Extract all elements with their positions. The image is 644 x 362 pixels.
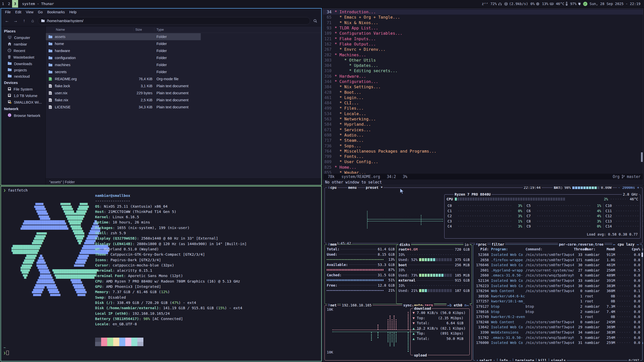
search-button[interactable] bbox=[312, 17, 319, 24]
process-row[interactable]: 38936kworker/u64:6-kc1root0B·········0.0 bbox=[475, 294, 641, 299]
emacs-scrollbar[interactable] bbox=[641, 152, 643, 162]
sidebar-item-downloads[interactable]: Downloads bbox=[1, 61, 46, 67]
file-row[interactable]: LICENSE34,3 KiBPlain text document bbox=[46, 104, 201, 111]
file-row[interactable]: homeFolder bbox=[46, 40, 201, 47]
memory-module[interactable]: 13% bbox=[542, 2, 553, 6]
cpu-box-title[interactable]: 1cpu bbox=[327, 187, 337, 190]
systemd-status[interactable]: ✓ bbox=[583, 2, 587, 6]
disks-title[interactable]: disks bbox=[398, 242, 411, 247]
git-branch-icon bbox=[622, 175, 625, 178]
menu-view[interactable]: View bbox=[24, 9, 35, 15]
mem-meter: 87% bbox=[327, 267, 395, 273]
path-bar[interactable]: /home/nambiar/system/ bbox=[38, 17, 310, 25]
list-column-headers[interactable]: Name Size Type bbox=[46, 26, 321, 33]
sidebar-item-1-0-tb-volume[interactable]: 1,0 TB Volume bbox=[1, 93, 46, 99]
file-row[interactable]: secretsFolder bbox=[46, 68, 201, 75]
sidebar-item-projects[interactable]: projects bbox=[1, 67, 46, 73]
process-row[interactable]: 177257kworker/10:1-mm_1root0B·········0.… bbox=[475, 299, 641, 304]
fastfetch-line: Icons: Papirus-Dark [GTK2/3/4] bbox=[95, 257, 247, 263]
file-row[interactable]: assetsFolder bbox=[46, 33, 201, 40]
terminal-content[interactable]: ❯ fastfetch ▗▄▄▄ ▗▄▄▄▄ ▄▄▄▖ ▜███▙ ▜███▙ … bbox=[1, 187, 321, 361]
sidebar-item-wastebasket[interactable]: Wastebasket bbox=[1, 54, 46, 61]
process-row[interactable]: 51762.emacs-31.0.50-/nix/store/wnqz5pa8r… bbox=[475, 335, 641, 340]
battery-module[interactable]: 97% bbox=[570, 2, 581, 6]
mem-box-title[interactable]: 2mem bbox=[327, 242, 337, 247]
menu-bookmarks[interactable]: Bookmarks bbox=[45, 9, 67, 15]
temperature-module[interactable]: 46°C bbox=[556, 2, 568, 6]
workspace-button-2[interactable]: 2 bbox=[6, 0, 12, 8]
cpu-module[interactable]: 0% bbox=[531, 2, 540, 6]
sidebar-item-browse-network[interactable]: Browse Network bbox=[1, 112, 46, 119]
process-row[interactable]: 2601.Hyprland-wrapp/run/current-system/s… bbox=[475, 268, 641, 273]
process-row[interactable]: 13642Isolated Web Co/nix/store/sm8fmrf3w… bbox=[475, 325, 641, 330]
emacs-echo-area: No other window to select bbox=[323, 179, 643, 185]
up-button[interactable]: ↑ bbox=[21, 17, 28, 24]
process-row[interactable]: 175749kworker/6:2-even1root0B·········0.… bbox=[475, 314, 641, 320]
workspace-button-3[interactable]: 3 bbox=[12, 0, 18, 8]
menu-file[interactable]: File bbox=[3, 9, 13, 15]
proc-col-header[interactable]: Program: bbox=[489, 247, 526, 252]
proc-col-header[interactable]: Pid: bbox=[475, 247, 489, 252]
proc-col-header[interactable]: MemB bbox=[602, 247, 615, 252]
proc-filter-button[interactable]: filter bbox=[491, 242, 505, 247]
sidebar-item-label: Wastebasket bbox=[13, 55, 34, 59]
proc-scrollbar-thumb[interactable] bbox=[641, 253, 643, 257]
net-stat-row: ▼ Top: (2.35 Mibps) bbox=[413, 315, 467, 321]
file-row[interactable]: flake.lock3,1 KiBPlain text document bbox=[46, 82, 201, 89]
file-row[interactable]: hardwareFolder bbox=[46, 47, 201, 54]
menu-go[interactable]: Go bbox=[36, 9, 45, 15]
proc-col-header[interactable]: Command: bbox=[526, 247, 574, 252]
file-row[interactable]: user.nix229 bytesPlain text document bbox=[46, 89, 201, 97]
process-row[interactable]: 178248Web Content/nix/store/sm8fmrf3wps4… bbox=[475, 320, 641, 325]
process-row[interactable]: 176223Isolated Web Co/nix/store/sm8fmrf3… bbox=[475, 283, 641, 289]
menu-help[interactable]: Help bbox=[67, 9, 79, 15]
file-icon bbox=[46, 84, 55, 88]
file-row[interactable]: flake.nix2,5 KiBPlain text document bbox=[46, 97, 201, 104]
back-button[interactable]: ← bbox=[4, 17, 11, 24]
emacs-buffer[interactable]: 34* Introduction...65 * Emacs + Org + Ta… bbox=[323, 9, 643, 174]
sidebar-item-nextcloud[interactable]: nextcloud bbox=[1, 73, 46, 79]
process-row[interactable]: 176000Isolated Web Co/nix/store/sm8fmrf3… bbox=[475, 340, 641, 345]
network-module[interactable]: (2.9kb/s) bbox=[504, 2, 528, 6]
proc-sort-control[interactable]: ← cpu lazy → bbox=[612, 242, 640, 247]
process-row[interactable]: 3390WebExtensions/nix/store/sm8fmrf3wps4… bbox=[475, 330, 641, 335]
process-row[interactable]: 178616btopbtop2nambiar7.4M·········0.0 bbox=[475, 309, 641, 314]
proc-col-header[interactable]: User: bbox=[582, 247, 602, 252]
disks-io-toggle[interactable]: io bbox=[463, 242, 470, 247]
process-row[interactable]: 176646Isolated Web Co/nix/store/sm8fmrf3… bbox=[475, 262, 641, 268]
file-row[interactable]: machinesFolder bbox=[46, 61, 201, 68]
process-row[interactable]: 52368Isolated Web Co/nix/store/sm8fmrf3w… bbox=[475, 252, 641, 257]
net-interface[interactable]: ←b eth0 n→ bbox=[447, 303, 470, 308]
forward-button[interactable]: → bbox=[12, 17, 19, 24]
update-interval-control[interactable]: - 2000ms + bbox=[617, 187, 640, 190]
proc-footer[interactable]: ↑ select ↓│info ↵│terminate│kill│signals bbox=[475, 358, 567, 361]
volume-module[interactable]: 72% bbox=[490, 2, 502, 6]
home-button[interactable]: ⌂ bbox=[29, 17, 36, 24]
workspace-button-1[interactable]: 1 bbox=[0, 0, 6, 8]
process-row[interactable]: 2658.firefox-wrappe/nix/store/sm8fmrf3wp… bbox=[475, 257, 641, 263]
sidebar-item-nambiar[interactable]: nambiar bbox=[1, 41, 46, 48]
sidebar-item-computer[interactable]: Computer bbox=[1, 34, 46, 41]
clock-module[interactable]: Sun, 28 Sep 2025 - 22:19 bbox=[590, 2, 640, 6]
proc-box-title[interactable]: 4proc bbox=[475, 242, 487, 247]
menu-button[interactable]: menu bbox=[347, 187, 357, 190]
process-row[interactable]: 2660.emacs-31.0.50-/nix/store/wnqz5pa8ra… bbox=[475, 273, 641, 278]
process-row[interactable]: 52134Isolated Web Co/nix/store/sm8fmrf3w… bbox=[475, 278, 641, 283]
menu-edit[interactable]: Edit bbox=[13, 9, 23, 15]
file-row[interactable]: configurationFolder bbox=[46, 54, 201, 61]
status-modules: zᶻᶻ 72% (2.9kb/s) 0% 13% 46°C 97% ✓ Sun,… bbox=[482, 2, 644, 6]
process-row[interactable]: 178294Web Content/nix/store/sm8fmrf3wps4… bbox=[475, 288, 641, 294]
org-heading-line: 563 * Networking... bbox=[323, 116, 643, 122]
file-row[interactable]: README.org76,4 KiBOrg-mode file bbox=[46, 75, 201, 82]
idle-inhibitor[interactable]: zᶻᶻ bbox=[482, 2, 488, 6]
sidebar-item-smallbox-wi-[interactable]: SMALLBOX Wi... bbox=[1, 99, 46, 106]
sidebar-header-places: Places bbox=[1, 28, 46, 34]
process-row[interactable]: 179127btopbtop2nambiar7.3M·········0.0 bbox=[475, 304, 641, 309]
proc-col-header[interactable]: Threads: bbox=[574, 247, 582, 252]
preset-button[interactable]: preset * bbox=[365, 187, 383, 190]
workspace-switcher[interactable]: 123 bbox=[0, 0, 18, 8]
proc-options[interactable]: per-core┐reverse┐tree bbox=[558, 242, 605, 247]
proc-col-header[interactable]: Cpu% bbox=[631, 247, 640, 252]
sidebar-item-file-system[interactable]: File System bbox=[1, 86, 46, 93]
sidebar-item-recent[interactable]: Recent bbox=[1, 48, 46, 54]
